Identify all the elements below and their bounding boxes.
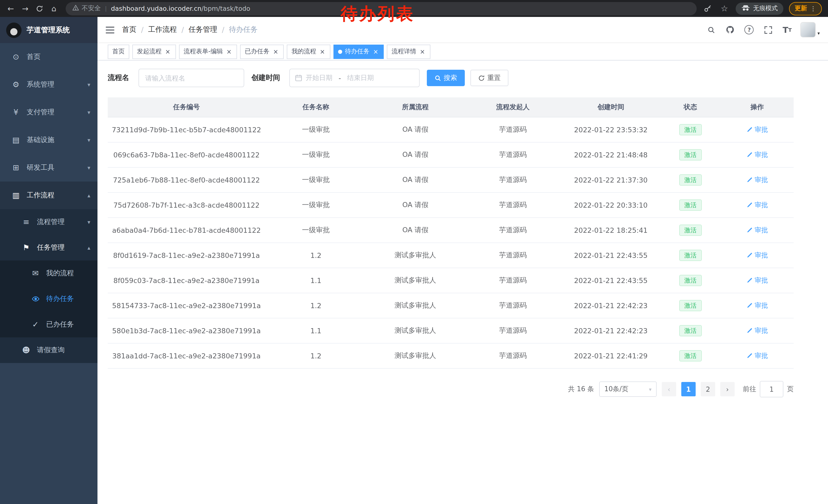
tab-process-form-edit[interactable]: 流程表单-编辑 × [179, 44, 237, 59]
todo-task-table: 任务编号 任务名称 所属流程 流程发起人 创建时间 状态 操作 73211d9d… [108, 97, 794, 369]
approve-link[interactable]: 审批 [746, 150, 768, 159]
approve-link[interactable]: 审批 [746, 226, 768, 235]
cell-process: OA 请假 [367, 150, 464, 159]
bookmark-star-icon[interactable]: ☆ [719, 3, 730, 14]
user-avatar[interactable]: ▾ [800, 22, 820, 37]
home-icon[interactable]: ⌂ [47, 2, 60, 15]
approve-link[interactable]: 审批 [746, 200, 768, 210]
pencil-icon [746, 252, 753, 259]
key-icon[interactable] [702, 3, 713, 14]
sidebar-item-dev-tools[interactable]: ⊞ 研发工具 ▾ [0, 154, 97, 182]
back-icon[interactable]: ← [4, 2, 17, 15]
cell-create-time: 2022-01-21 22:42:23 [562, 302, 660, 310]
fullscreen-icon[interactable] [762, 24, 774, 35]
cell-task-id: 381aa1dd-7ac8-11ec-a9e2-a2380e71991a [108, 352, 265, 360]
menu-dots-icon[interactable]: ⋮ [810, 5, 816, 12]
forward-icon[interactable]: → [18, 2, 32, 15]
approve-link[interactable]: 审批 [746, 276, 768, 285]
tab-initiate-process[interactable]: 发起流程 × [132, 44, 176, 59]
page-button-2[interactable]: 2 [701, 382, 715, 396]
refresh-icon[interactable] [33, 2, 46, 15]
cell-actions: 审批 [721, 351, 794, 360]
date-range-picker[interactable]: 开始日期 - 结束日期 [289, 69, 420, 87]
cell-task-id: 75d72608-7b7f-11ec-a3c8-acde48001122 [108, 201, 265, 209]
close-icon[interactable]: × [372, 48, 379, 55]
cell-status: 激活 [660, 350, 720, 362]
sidebar-item-leave-query[interactable]: ☻ 请假查询 [0, 337, 97, 363]
sidebar-item-task-management[interactable]: ⚑ 任务管理 ▴ [0, 235, 97, 261]
cell-process: OA 请假 [367, 125, 464, 134]
sidebar-item-payment-management[interactable]: ¥ 支付管理 ▾ [0, 98, 97, 126]
approve-link[interactable]: 审批 [746, 251, 768, 260]
cell-actions: 审批 [721, 226, 794, 235]
cell-task-name: 一级审批 [265, 226, 367, 235]
workflow-icon: ▥ [10, 191, 22, 200]
update-button[interactable]: 更新 ⋮ [789, 2, 822, 15]
infrastructure-icon: ▤ [10, 135, 22, 145]
close-icon[interactable]: × [319, 48, 326, 55]
approve-link[interactable]: 审批 [746, 125, 768, 134]
github-icon[interactable] [724, 24, 736, 35]
filter-bar: 流程名 创建时间 开始日期 - 结束日期 搜索 [108, 69, 828, 87]
chevron-up-icon: ▴ [87, 244, 90, 251]
sidebar-item-workflow[interactable]: ▥ 工作流程 ▴ [0, 182, 97, 209]
url-path: /bpm/task/todo [201, 5, 250, 12]
security-label: 不安全 [82, 4, 101, 13]
update-label: 更新 [795, 4, 807, 13]
sidebar-item-my-processes[interactable]: ✉ 我的流程 [0, 261, 97, 286]
sidebar-toggle-icon[interactable] [106, 26, 114, 34]
tab-process-detail[interactable]: 流程详情 × [387, 44, 431, 59]
approve-link[interactable]: 审批 [746, 351, 768, 360]
search-icon[interactable] [706, 24, 717, 35]
sidebar-item-system-management[interactable]: ⚙ 系统管理 ▾ [0, 71, 97, 98]
search-button[interactable]: 搜索 [427, 70, 465, 86]
close-icon[interactable]: × [164, 48, 171, 55]
message-icon: ✉ [30, 269, 41, 278]
goto-page: 前往 页 [743, 381, 794, 397]
caret-down-icon: ▾ [649, 386, 652, 392]
cell-initiator: 芋道源码 [464, 226, 562, 235]
help-icon[interactable]: ? [744, 24, 755, 35]
address-bar[interactable]: 不安全 | dashboard.yudao.iocoder.cn/bpm/tas… [66, 2, 697, 15]
goto-page-input[interactable] [760, 381, 783, 397]
process-name-input[interactable] [138, 69, 244, 87]
font-size-icon[interactable]: TT [782, 24, 793, 35]
chevron-down-icon: ▾ [87, 219, 90, 225]
page-size-select[interactable]: 10条/页 ▾ [599, 381, 657, 397]
not-secure-warning[interactable]: 不安全 [72, 4, 101, 13]
sidebar-item-process-management[interactable]: ≡ 流程管理 ▾ [0, 209, 97, 235]
close-icon[interactable]: × [225, 48, 233, 55]
tab-label: 首页 [112, 47, 125, 56]
sidebar-item-home[interactable]: ⊙ 首页 [0, 43, 97, 71]
approve-link[interactable]: 审批 [746, 175, 768, 185]
sidebar-item-done-tasks[interactable]: ✓ 已办任务 [0, 312, 97, 337]
pencil-icon [746, 227, 753, 233]
breadcrumb-item[interactable]: 任务管理 [189, 25, 217, 34]
goto-suffix: 页 [787, 384, 794, 394]
sidebar-item-todo-tasks[interactable]: 待办任务 [0, 286, 97, 312]
chevron-down-icon: ▾ [87, 164, 90, 171]
breadcrumb-item[interactable]: 首页 [122, 25, 136, 34]
close-icon[interactable]: × [272, 48, 279, 55]
logo[interactable]: 芋道管理系统 [0, 17, 97, 43]
reset-button[interactable]: 重置 [470, 70, 508, 86]
create-time-label: 创建时间 [251, 73, 280, 83]
tab-my-processes[interactable]: 我的流程 × [287, 44, 331, 59]
url-text[interactable]: dashboard.yudao.iocoder.cn/bpm/task/todo [111, 5, 250, 12]
close-icon[interactable]: × [419, 48, 426, 55]
cell-task-name: 一级审批 [265, 150, 367, 159]
breadcrumb-item[interactable]: 工作流程 [148, 25, 177, 34]
approve-link[interactable]: 审批 [746, 326, 768, 335]
cell-process: OA 请假 [367, 226, 464, 235]
approve-link[interactable]: 审批 [746, 301, 768, 310]
tab-done-tasks[interactable]: 已办任务 × [240, 44, 284, 59]
prev-page-button[interactable]: ‹ [662, 382, 676, 396]
pencil-icon [746, 277, 753, 283]
tab-label: 已办任务 [245, 47, 270, 56]
tab-home[interactable]: 首页 [108, 44, 129, 59]
next-page-button[interactable]: › [720, 382, 735, 396]
tab-todo-tasks[interactable]: 待办任务 × [334, 44, 384, 59]
sidebar-item-infrastructure[interactable]: ▤ 基础设施 ▾ [0, 126, 97, 154]
page-button-1[interactable]: 1 [681, 382, 696, 396]
cell-initiator: 芋道源码 [464, 276, 562, 285]
